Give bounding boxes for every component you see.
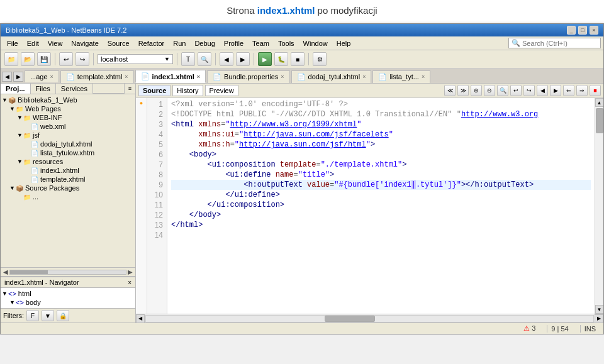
close-button[interactable]: × [590, 26, 598, 35]
tab-age[interactable]: ...age × [25, 70, 59, 82]
editor-action-1[interactable]: ≪ [444, 85, 456, 96]
filter-btn-2[interactable]: ▼ [42, 310, 54, 321]
debug-run-button[interactable]: 🐛 [274, 52, 288, 66]
search-box[interactable]: 🔍 [508, 38, 601, 48]
editor-action-5[interactable]: 🔍 [497, 85, 508, 96]
new-project-button[interactable]: 📁 [4, 52, 18, 66]
tab-lista-close[interactable]: × [422, 74, 425, 80]
editor-action-9[interactable]: ▶ [550, 85, 561, 96]
tab-template-close[interactable]: × [125, 74, 128, 80]
expand-icon[interactable]: ▼ [9, 106, 16, 112]
menu-view[interactable]: View [44, 38, 67, 48]
menu-team[interactable]: Team [249, 38, 273, 48]
expand-icon[interactable]: ▼ [17, 132, 23, 138]
menu-run[interactable]: Run [169, 38, 189, 48]
filter-btn-1[interactable]: F [26, 310, 39, 321]
tab-index1[interactable]: 📄 index1.xhtml × [135, 70, 206, 83]
tab-dodaj[interactable]: 📄 dodaj_tytul.xhtml × [291, 70, 372, 83]
menu-tools[interactable]: Tools [274, 38, 298, 48]
maximize-button[interactable]: □ [578, 26, 587, 35]
editor-action-3[interactable]: ⊕ [471, 85, 482, 96]
tree-item-root[interactable]: ▼ 📦 Biblioteka5_1_Web [2, 96, 134, 104]
back-button[interactable]: ◀ [220, 52, 233, 66]
tab-projects[interactable]: Proj... [1, 84, 31, 94]
open-button[interactable]: 📂 [21, 52, 35, 66]
tab-bundle[interactable]: 📄 Bundle.properties × [207, 70, 290, 83]
navigator-close-icon[interactable]: × [128, 279, 131, 286]
expand-icon[interactable]: ▼ [9, 185, 16, 191]
expand-icon[interactable]: ▼ [2, 290, 8, 297]
scroll-down-arrow[interactable]: ▼ [595, 305, 604, 314]
h-scroll-right[interactable]: ▶ [595, 314, 603, 323]
h-scroll-left[interactable]: ◀ [136, 314, 145, 323]
tab-nav-left[interactable]: ◀ [2, 72, 12, 82]
project-tree[interactable]: ▼ 📦 Biblioteka5_1_Web ▼ 📁 Web Pages ▼ 📁 … [1, 94, 135, 267]
expand-icon[interactable]: ▼ [9, 299, 16, 306]
editor-action-6[interactable]: ↩ [510, 85, 522, 96]
filter-btn-3[interactable]: 🔒 [57, 310, 69, 321]
tree-item-lista[interactable]: 📄 lista_tytulow.xhtm [2, 148, 134, 157]
tree-item-index1[interactable]: 📄 index1.xhtml [2, 166, 134, 175]
tab-history[interactable]: History [172, 85, 203, 96]
host-dropdown-icon[interactable]: ▼ [164, 56, 170, 62]
tab-source[interactable]: Source [138, 85, 171, 96]
editor-action-7[interactable]: ↪ [523, 85, 535, 96]
h-scrollbar-track[interactable] [9, 270, 126, 275]
tree-item-srcpkg[interactable]: ▼ 📦 Source Packages [2, 184, 134, 192]
scroll-up-arrow[interactable]: ▲ [595, 98, 604, 107]
redo-button[interactable]: ↪ [76, 52, 89, 66]
tab-services[interactable]: Services [56, 84, 93, 94]
menu-file[interactable]: File [3, 38, 22, 48]
search-input[interactable] [522, 40, 598, 47]
settings-button[interactable]: ⚙ [313, 52, 327, 66]
editor-action-2[interactable]: ≫ [457, 85, 469, 96]
editor-action-11[interactable]: ⇒ [576, 85, 588, 96]
tab-template[interactable]: 📄 template.xhtml × [60, 70, 134, 83]
editor-h-scrollbar[interactable]: ◀ ▶ [136, 314, 603, 323]
tab-dodaj-close[interactable]: × [362, 74, 366, 80]
scroll-left-icon[interactable]: ◀ [3, 268, 8, 275]
tab-nav-right[interactable]: ▶ [13, 72, 23, 82]
tab-age-close[interactable]: × [50, 74, 53, 80]
menu-debug[interactable]: Debug [191, 38, 218, 48]
forward-button[interactable]: ▶ [236, 52, 250, 66]
undo-button[interactable]: ↩ [59, 52, 73, 66]
save-button[interactable]: 💾 [37, 52, 51, 66]
editor-action-4[interactable]: ⊖ [484, 85, 495, 96]
expand-icon[interactable]: ▼ [17, 158, 23, 165]
menu-profile[interactable]: Profile [220, 38, 247, 48]
h-scroll-track[interactable] [145, 315, 594, 323]
tree-item-template[interactable]: 📄 template.xhtml [2, 175, 134, 184]
tab-index1-close[interactable]: × [197, 74, 200, 80]
code-content[interactable]: <?xml version='1.0' encoding='UTF-8' ?> … [167, 98, 595, 314]
menu-edit[interactable]: Edit [23, 38, 43, 48]
expand-icon[interactable]: ▼ [17, 114, 23, 121]
menu-refactor[interactable]: Refactor [135, 38, 169, 48]
tab-files[interactable]: Files [31, 84, 56, 94]
format-button[interactable]: T [181, 52, 195, 66]
find-button[interactable]: 🔍 [198, 52, 211, 66]
nav-item-html[interactable]: ▼ <> html [2, 289, 134, 298]
expand-icon[interactable]: ▼ [2, 97, 8, 103]
tree-item-resources[interactable]: ▼ 📁 resources [2, 157, 134, 166]
tree-item-ellipsis[interactable]: 📁 ... [2, 192, 134, 201]
run-button[interactable]: ▶ [258, 52, 272, 66]
tree-item-webpages[interactable]: ▼ 📁 Web Pages [2, 104, 134, 113]
editor-action-10[interactable]: ⇐ [563, 85, 574, 96]
editor-action-8[interactable]: ◀ [537, 85, 548, 96]
panel-options-button[interactable]: ≡ [124, 84, 135, 94]
host-selector[interactable]: localhost ▼ [98, 54, 173, 64]
scroll-thumb[interactable] [596, 108, 603, 133]
tree-item-webinf[interactable]: ▼ 📁 WEB-INF [2, 113, 134, 122]
tree-item-webxml[interactable]: 📄 web.xml [2, 122, 134, 131]
tab-preview[interactable]: Preview [205, 85, 238, 96]
tab-bundle-close[interactable]: × [281, 74, 284, 80]
tree-item-jsf[interactable]: ▼ 📁 jsf [2, 131, 134, 140]
stop-button[interactable]: ■ [291, 52, 305, 66]
menu-navigate[interactable]: Navigate [67, 38, 102, 48]
menu-window[interactable]: Window [299, 38, 332, 48]
scroll-right-icon[interactable]: ▶ [128, 268, 133, 275]
nav-item-body[interactable]: ▼ <> body [2, 298, 134, 307]
editor-v-scrollbar[interactable]: ▲ ▼ [595, 98, 603, 314]
menu-source[interactable]: Source [104, 38, 133, 48]
